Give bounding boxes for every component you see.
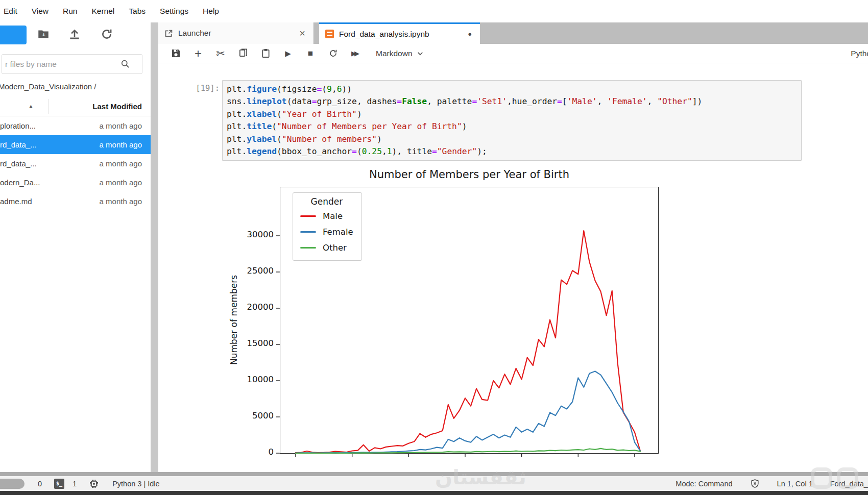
ytick-label: 15000 (221, 338, 274, 348)
file-row[interactable]: rd_data_... a month ago (0, 154, 151, 173)
simple-mode-toggle[interactable] (0, 479, 25, 489)
file-name: rd_data_... (0, 140, 37, 149)
tab-label: Launcher (178, 29, 297, 38)
chart-ylabel: Number of members (229, 275, 239, 365)
file-name: odern_Da... (0, 178, 40, 187)
legend-item-male: Male (300, 208, 353, 224)
run-cell-button[interactable]: ▶ (277, 46, 299, 61)
refresh-icon[interactable] (100, 28, 113, 41)
chart-title: Number of Members per Year of Birth (280, 168, 659, 181)
chart-legend: Gender Male Female Other (293, 192, 362, 261)
trust-shield-icon[interactable] (750, 479, 760, 488)
file-search-row (2, 54, 142, 74)
other-line-swatch (300, 247, 316, 249)
legend-title: Gender (300, 196, 353, 207)
jupyterlab-window: Edit View Run Kernel Tabs Settings Help … (0, 0, 868, 495)
notebook-toolbar: + ✂ ▶ ■ ▶▶ Markdown Pytho (158, 44, 868, 63)
menu-kernel[interactable]: Kernel (84, 7, 122, 16)
menu-settings[interactable]: Settings (153, 7, 196, 16)
close-icon[interactable]: × (297, 28, 307, 38)
file-modified: a month ago (100, 197, 142, 206)
menu-edit[interactable]: Edit (0, 7, 25, 16)
file-modified: a month ago (100, 178, 142, 187)
tab-launcher[interactable]: Launcher × (158, 22, 314, 44)
terminal-icon[interactable]: $_ (54, 479, 64, 489)
bottom-edge-bar (0, 491, 868, 495)
svg-text:+: + (42, 32, 45, 38)
code-line: plt.xlabel("Year of Birth") (227, 108, 797, 120)
legend-label: Male (323, 211, 343, 221)
ytick-label: 25000 (221, 266, 274, 276)
restart-run-all-button[interactable]: ▶▶ (344, 46, 367, 61)
main-dock-panel: Launcher × Ford_data_analysis.ipynb ● + … (158, 22, 868, 472)
last-modified-header[interactable]: Last Modified (92, 102, 142, 111)
launcher-icon (164, 29, 173, 38)
stop-kernel-button[interactable]: ■ (299, 46, 322, 61)
tab-label: Ford_data_analysis.ipynb (339, 30, 466, 39)
file-row-selected[interactable]: rd_data_... a month ago (0, 135, 151, 154)
tab-notebook[interactable]: Ford_data_analysis.ipynb ● (319, 22, 480, 44)
kernel-status[interactable]: Python 3 | Idle (112, 480, 159, 488)
file-name: adme.md (0, 197, 32, 206)
sort-asc-icon[interactable]: ▲ (28, 103, 34, 109)
menu-help[interactable]: Help (196, 7, 226, 16)
upload-icon[interactable] (68, 27, 81, 40)
code-cell[interactable]: plt.figure(figsize=(9,6)) sns.lineplot(d… (222, 80, 802, 161)
file-row[interactable]: ploration... a month ago (0, 116, 151, 135)
code-line: sns.lineplot(data=grp_size, dashes=False… (227, 95, 797, 108)
male-line-swatch (300, 215, 316, 217)
paste-cells-button[interactable] (254, 46, 277, 61)
menubar: Edit View Run Kernel Tabs Settings Help (0, 0, 868, 22)
code-line: plt.legend(bbox_to_anchor=(0.25,1), titl… (227, 145, 797, 158)
bottom-divider (0, 472, 868, 476)
ytick-label: 30000 (221, 230, 274, 239)
file-browser-toolbar: + (0, 22, 151, 47)
new-folder-icon[interactable]: + (37, 28, 50, 41)
chevron-down-icon (417, 50, 424, 57)
copy-cells-button[interactable] (232, 46, 254, 61)
restart-kernel-button[interactable] (322, 46, 344, 61)
command-mode-indicator[interactable]: Mode: Command (676, 480, 732, 488)
notebook-icon (325, 30, 334, 38)
chart-plot-area: Gender Male Female Other (280, 187, 659, 454)
add-cell-button[interactable]: + (187, 46, 209, 61)
menu-run[interactable]: Run (56, 7, 84, 16)
cell-type-dropdown[interactable]: Markdown (376, 49, 424, 58)
status-right: Mode: Command Ln 1, Col 1 Ford_data_an (658, 479, 868, 488)
status-bar: 0 $_ 1 Python 3 | Idle Mode: Command Ln … (0, 476, 868, 491)
status-left: 0 $_ 1 Python 3 | Idle (0, 479, 160, 489)
menu-view[interactable]: View (25, 7, 56, 16)
cut-cells-button[interactable]: ✂ (209, 46, 232, 61)
file-modified: a month ago (100, 140, 142, 149)
file-name: ploration... (0, 121, 36, 130)
breadcrumb[interactable]: Modern_Data_Visualization / (0, 82, 151, 91)
ytick-label: 10000 (221, 375, 274, 384)
legend-label: Female (323, 227, 353, 237)
file-row[interactable]: odern_Da... a month ago (0, 173, 151, 192)
file-name: rd_data_... (0, 159, 37, 168)
female-line-swatch (300, 231, 316, 233)
cursor-position[interactable]: Ln 1, Col 1 (777, 480, 813, 488)
notifications-count[interactable]: 0 (38, 480, 42, 488)
save-button[interactable] (164, 46, 187, 61)
new-launcher-button[interactable] (0, 26, 27, 44)
file-row[interactable]: adme.md a month ago (0, 192, 151, 211)
cell-execution-prompt: [19]: (179, 84, 220, 93)
ytick-label: 5000 (221, 411, 274, 420)
current-file-name[interactable]: Ford_data_an (830, 480, 868, 488)
file-modified: a month ago (100, 159, 142, 168)
legend-item-female: Female (300, 224, 353, 240)
file-modified: a month ago (100, 121, 142, 130)
unsaved-dot-icon[interactable]: ● (466, 30, 474, 38)
file-list-header: ▲ Last Modified (0, 97, 151, 116)
kernel-name-button[interactable]: Pytho (851, 49, 868, 58)
sidebar-splitter[interactable] (151, 22, 158, 472)
code-line: plt.ylabel("Number of members") (227, 133, 797, 145)
kernel-chip-icon[interactable] (89, 479, 99, 489)
cell-type-value: Markdown (376, 49, 413, 58)
search-icon (120, 59, 130, 69)
menu-tabs[interactable]: Tabs (122, 7, 153, 16)
tab-bar: Launcher × Ford_data_analysis.ipynb ● (158, 22, 868, 44)
ytick-label: 20000 (221, 302, 274, 312)
notebook-content: [19]: plt.figure(figsize=(9,6)) sns.line… (158, 63, 868, 472)
